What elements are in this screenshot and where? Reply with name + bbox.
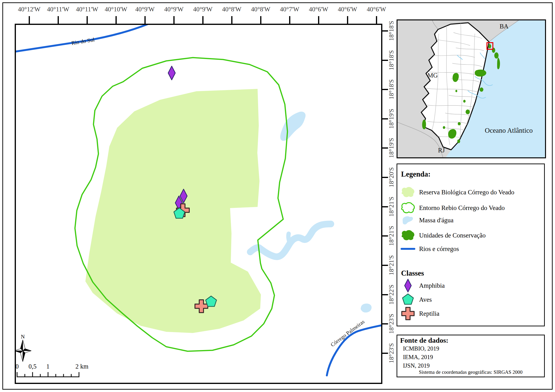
legend-item-entorno: Entorno Rebio Córrego do Veado — [400, 201, 505, 215]
axis-tick — [116, 16, 117, 24]
axis-label-top: 40°9'W — [135, 6, 155, 13]
axis-label-top: 40°6'W — [338, 6, 357, 13]
axis-label-top: 40°7'W — [280, 6, 299, 13]
svg-text:1: 1 — [46, 363, 50, 370]
data-source-panel: Fonte de dados: ICMBIO, 2019 IEMA, 2019 … — [397, 335, 545, 377]
class-item-amphibia: Amphibia — [400, 278, 445, 293]
axis-tick — [58, 16, 59, 24]
class-item-aves: Aves — [400, 292, 432, 307]
water-body-upper — [280, 112, 306, 141]
legend-panel: Legenda: Reserva Biológica Córrego do Ve… — [397, 164, 545, 326]
axis-label-top: 40°6'W — [309, 6, 328, 13]
axis-tick — [382, 177, 388, 178]
inset-reserve-dot — [488, 44, 491, 48]
axis-tick — [382, 60, 388, 61]
source-line: IEMA, 2019 — [403, 354, 433, 360]
class-item-label: Aves — [419, 296, 432, 303]
axis-tick — [382, 235, 388, 236]
axis-tick — [202, 16, 204, 24]
axis-tick — [231, 16, 233, 24]
inset-label-rj: RJ — [438, 147, 445, 154]
axis-label-right: 18°19'S — [388, 109, 395, 129]
axis-label-right: 18°22'S — [388, 285, 395, 305]
svg-text:0: 0 — [15, 363, 19, 370]
green-outline-area-swatch — [400, 202, 416, 214]
water-body-middle — [250, 224, 331, 257]
salmon-cross-icon — [400, 306, 416, 321]
water-body-small — [361, 304, 372, 313]
class-item-label: Amphibia — [419, 282, 445, 289]
axis-label-top: 40°9'W — [193, 6, 212, 13]
source-line: ICMBIO, 2019 — [403, 345, 439, 352]
purple-diamond-icon — [400, 278, 416, 293]
axis-label-right: 18°18'S — [388, 79, 395, 100]
axis-tick — [382, 30, 388, 32]
axis-label-top: 40°9'W — [164, 6, 183, 13]
light-green-area-swatch — [400, 186, 416, 198]
axis-tick — [29, 16, 30, 24]
axis-tick — [382, 206, 388, 207]
inset-label-ba: BA — [499, 23, 509, 30]
axis-tick — [382, 323, 388, 324]
axis-label-right: 18°23'S — [388, 314, 395, 334]
turquoise-pentagon-icon — [400, 293, 416, 306]
class-item-reptilia: Reptilia — [400, 306, 439, 321]
inset-label-ocean: Oceano Atlântico — [485, 127, 533, 134]
axis-label-top: 40°8'W — [222, 6, 241, 13]
source-title: Fonte de dados: — [400, 336, 448, 344]
axis-tick — [347, 16, 348, 24]
classes-title: Classes — [401, 269, 424, 278]
axis-tick — [382, 147, 388, 149]
class-item-label: Reptilia — [419, 310, 439, 317]
inset-label-mg: MG — [427, 72, 438, 79]
axis-tick — [376, 16, 377, 24]
north-arrow — [15, 340, 31, 362]
axis-tick — [382, 353, 388, 354]
axis-label-right: 18°21'S — [388, 255, 395, 275]
axis-label-top: 40°10'W — [105, 6, 127, 13]
blue-line-swatch — [400, 247, 416, 251]
axis-tick — [260, 16, 261, 24]
dark-green-area-swatch — [400, 229, 416, 242]
legend-item-label: Entorno Rebio Córrego do Veado — [419, 204, 505, 212]
axis-label-right: 18°23'S — [388, 343, 395, 363]
axis-label-top: 40°11'W — [47, 6, 69, 13]
scale-bar — [17, 372, 79, 377]
axis-tick — [318, 16, 319, 24]
legend-item-label: Reserva Biológica Córrego do Veado — [419, 189, 514, 196]
axis-label-right: 18°21'S — [388, 226, 395, 246]
river-rio-do-sul — [15, 24, 147, 52]
axis-label-right: 18°20'S — [388, 167, 395, 187]
axis-tick — [173, 16, 175, 24]
axis-tick — [145, 16, 146, 24]
river-label-corrego-palmeiras: Córrego Palmeiras — [329, 319, 365, 348]
scale-bar-labels: 0 0,5 1 2 km — [15, 363, 88, 370]
legend-item-reserva: Reserva Biológica Córrego do Veado — [400, 185, 514, 199]
axis-label-right: 18°18'S — [388, 50, 395, 70]
legend-title: Legenda: — [401, 170, 431, 178]
axis-tick — [382, 265, 388, 266]
legend-item-unidades: Unidades de Conservação — [400, 228, 486, 242]
main-map-canvas: Rio do Sul Córrego Palmeiras — [15, 24, 382, 384]
legend-item-label: Unidades de Conservação — [419, 232, 486, 239]
axis-label-top: 40°6'W — [367, 6, 386, 13]
svg-text:2 km: 2 km — [75, 363, 88, 370]
north-label: N — [21, 334, 25, 340]
river-label-rio-do-sul: Rio do Sul — [71, 37, 95, 46]
axis-label-top: 40°12'W — [18, 6, 40, 13]
legend-item-rios: Rios e córregos — [400, 242, 459, 256]
axis-tick — [382, 118, 388, 120]
axis-label-right: 18°21'S — [388, 197, 395, 217]
legend-item-label: Massa d'água — [419, 217, 453, 224]
axis-tick — [382, 294, 388, 295]
axis-tick — [87, 16, 88, 24]
axis-label-top: 40°8'W — [251, 6, 270, 13]
source-line: IJSN, 2019 — [403, 362, 430, 369]
svg-text:0,5: 0,5 — [29, 363, 37, 370]
inset-locator-map: BA MG RJ Oceano Atlântico — [397, 19, 546, 158]
river-corrego-palmeiras — [327, 325, 382, 375]
map-layout-page: Rio do Sul Córrego Palmeiras — [0, 0, 555, 392]
coordinate-system-note: Sistema de coordenadas geográficas: SIRG… — [397, 369, 544, 375]
axis-tick — [289, 16, 290, 24]
inset-canvas: BA MG RJ Oceano Atlântico — [397, 19, 546, 158]
